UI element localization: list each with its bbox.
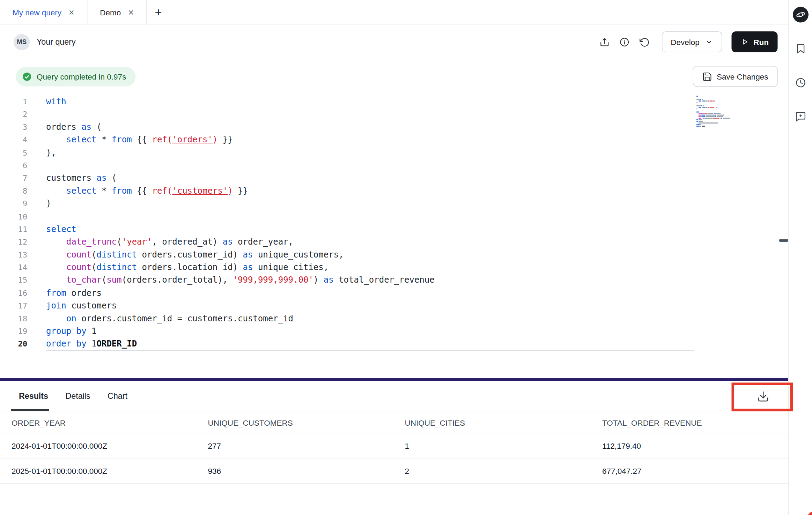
code-line[interactable]: ), — [46, 146, 694, 159]
run-label: Run — [753, 37, 769, 46]
line-number: 12 — [0, 236, 27, 248]
query-header: MS Your query Develop Run — [0, 25, 788, 59]
code-line[interactable]: with — [46, 95, 694, 108]
viewport: My new query × Demo × + MS Your query De… — [0, 0, 812, 515]
tab-demo[interactable]: Demo × — [87, 0, 147, 25]
editor-code-lines: with orders as ( select * from {{ ref('o… — [46, 95, 694, 351]
bookmark-button[interactable] — [790, 39, 811, 58]
line-number: 3 — [0, 121, 27, 134]
results-body: 2024-01-01T00:00:00.000Z2771112,179.4020… — [0, 433, 788, 484]
results-tab-bar: Results Details Chart — [0, 381, 788, 411]
chevron-down-icon — [705, 38, 713, 46]
table-cell: 936 — [208, 467, 405, 476]
table-cell: 112,179.40 — [602, 441, 788, 450]
code-line[interactable]: to_char(sum(orders.order_total), '999,99… — [46, 274, 694, 287]
save-changes-button[interactable]: Save Changes — [693, 66, 778, 87]
code-line[interactable] — [46, 108, 694, 121]
copilot-button[interactable] — [790, 5, 811, 24]
column-header[interactable]: TOTAL_ORDER_REVENUE — [602, 418, 788, 427]
close-icon[interactable]: × — [128, 8, 134, 17]
right-rail — [789, 0, 812, 515]
check-circle-icon — [22, 72, 32, 82]
line-number: 13 — [0, 248, 27, 261]
close-icon[interactable]: × — [69, 8, 74, 17]
code-line[interactable]: count(distinct orders.location_id) as un… — [46, 261, 694, 274]
code-line[interactable]: count(distinct orders.customer_id) as un… — [46, 248, 694, 261]
code-line[interactable]: ) — [46, 197, 694, 210]
column-header[interactable]: UNIQUE_CUSTOMERS — [208, 418, 405, 427]
table-row[interactable]: 2024-01-01T00:00:00.000Z2771112,179.40 — [0, 433, 788, 458]
share-button[interactable] — [595, 32, 615, 52]
table-cell: 2 — [405, 467, 603, 476]
line-number: 15 — [0, 274, 27, 287]
line-number: 16 — [0, 287, 27, 300]
code-line[interactable]: join customers — [46, 299, 694, 312]
code-line[interactable]: orders as ( — [46, 121, 694, 134]
code-line[interactable] — [46, 159, 694, 172]
table-cell: 2025-01-01T00:00:00.000Z — [12, 467, 208, 476]
line-number: 7 — [0, 172, 27, 185]
download-results-button[interactable] — [753, 386, 774, 407]
line-number: 6 — [0, 159, 27, 172]
results-header-row: ORDER_YEARUNIQUE_CUSTOMERSUNIQUE_CITIEST… — [0, 412, 788, 434]
history-button[interactable] — [635, 32, 655, 52]
table-cell: 277 — [208, 441, 405, 450]
code-line[interactable] — [46, 210, 694, 223]
line-number: 14 — [0, 261, 27, 274]
avatar: MS — [14, 34, 30, 50]
editor-minimap[interactable] — [696, 96, 730, 127]
tab-details[interactable]: Details — [66, 381, 90, 411]
line-number: 1 — [0, 95, 27, 108]
tab-chart[interactable]: Chart — [108, 381, 127, 411]
code-line[interactable]: on orders.customer_id = customers.custom… — [46, 312, 694, 325]
code-line[interactable]: from orders — [46, 287, 694, 300]
code-line[interactable]: order by 1ORDER_ID — [46, 338, 694, 351]
chat-sparkle-icon — [795, 111, 806, 122]
share-icon — [599, 36, 610, 47]
query-title: Your query — [37, 37, 76, 47]
editor-gutter: 1234567891011121314151617181920 — [0, 95, 27, 351]
table-cell: 2024-01-01T00:00:00.000Z — [12, 441, 208, 450]
add-tab-button[interactable]: + — [147, 0, 170, 25]
code-line[interactable]: select — [46, 223, 694, 236]
line-number: 2 — [0, 108, 27, 121]
code-line[interactable]: customers as ( — [46, 172, 694, 185]
status-row: Query completed in 0.97s Save Changes — [0, 64, 788, 89]
line-number: 5 — [0, 146, 27, 159]
play-icon — [740, 38, 749, 46]
run-button[interactable]: Run — [731, 31, 777, 52]
column-header[interactable]: ORDER_YEAR — [12, 418, 208, 427]
save-icon — [702, 72, 712, 82]
line-number: 19 — [0, 325, 27, 338]
feedback-button[interactable] — [790, 107, 811, 126]
tab-results[interactable]: Results — [19, 381, 48, 411]
copilot-icon — [792, 7, 808, 23]
history-rail-button[interactable] — [790, 73, 811, 92]
tab-my-new-query[interactable]: My new query × — [0, 0, 87, 25]
tab-bar: My new query × Demo × + — [0, 0, 788, 25]
panel-resize-divider[interactable] — [0, 378, 788, 381]
table-cell: 677,047.27 — [602, 467, 788, 476]
code-line[interactable]: group by 1 — [46, 325, 694, 338]
code-line[interactable]: select * from {{ ref('customers') }} — [46, 185, 694, 197]
line-number: 20 — [0, 338, 27, 351]
tab-label: Demo — [100, 8, 121, 17]
sql-editor[interactable]: 1234567891011121314151617181920 with ord… — [0, 95, 788, 362]
develop-dropdown[interactable]: Develop — [662, 31, 722, 52]
column-header[interactable]: UNIQUE_CITIES — [405, 418, 603, 427]
editor-scrollbar-thumb[interactable] — [779, 239, 788, 242]
query-status-badge: Query completed in 0.97s — [16, 67, 135, 86]
line-number: 18 — [0, 312, 27, 325]
line-number: 4 — [0, 134, 27, 147]
clock-icon — [795, 77, 806, 89]
info-button[interactable] — [615, 32, 635, 52]
line-number: 8 — [0, 185, 27, 197]
info-icon — [619, 36, 630, 47]
line-number: 17 — [0, 299, 27, 312]
code-line[interactable]: select * from {{ ref('orders') }} — [46, 134, 694, 147]
table-cell: 1 — [405, 441, 603, 450]
code-line[interactable]: date_trunc('year', ordered_at) as order_… — [46, 236, 694, 248]
table-row[interactable]: 2025-01-01T00:00:00.000Z9362677,047.27 — [0, 458, 788, 484]
download-icon — [757, 390, 769, 402]
line-number: 10 — [0, 210, 27, 223]
